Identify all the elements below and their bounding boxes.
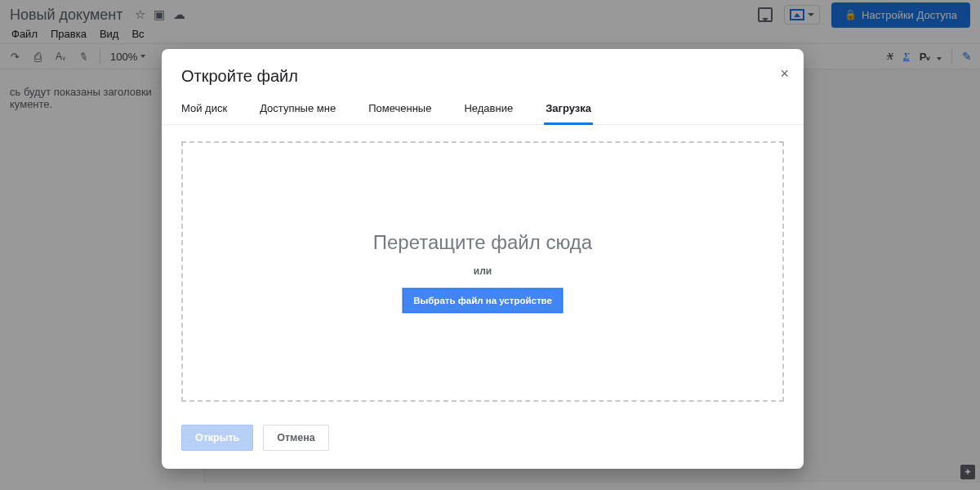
dropzone-or-label: или [474, 265, 492, 277]
dialog-body: Перетащите файл сюда или Выбрать файл на… [162, 125, 804, 410]
open-file-dialog: × Откройте файл Мой диск Доступные мне П… [162, 49, 804, 469]
tab-upload[interactable]: Загрузка [546, 102, 591, 124]
tab-my-drive[interactable]: Мой диск [181, 102, 227, 124]
dropzone-headline: Перетащите файл сюда [373, 231, 592, 254]
dialog-footer: Открыть Отмена [162, 410, 804, 469]
dialog-tabs: Мой диск Доступные мне Помеченные Недавн… [162, 91, 804, 125]
tab-starred[interactable]: Помеченные [368, 102, 431, 124]
select-file-button[interactable]: Выбрать файл на устройстве [403, 288, 563, 313]
dialog-header: Откройте файл [162, 49, 804, 91]
open-button[interactable]: Открыть [181, 425, 253, 451]
dialog-title: Откройте файл [181, 67, 784, 86]
close-icon[interactable]: × [780, 65, 789, 82]
tab-recent[interactable]: Недавние [464, 102, 513, 124]
tab-shared-with-me[interactable]: Доступные мне [260, 102, 336, 124]
cancel-button[interactable]: Отмена [263, 425, 329, 451]
file-dropzone[interactable]: Перетащите файл сюда или Выбрать файл на… [181, 141, 784, 402]
